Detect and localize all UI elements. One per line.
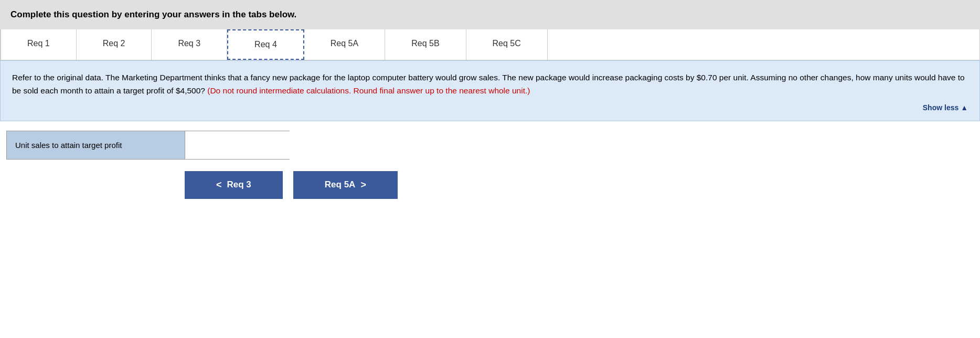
show-less-button[interactable]: Show less ▲ [12, 102, 968, 113]
answer-label: Unit sales to attain target profit [7, 131, 185, 159]
tab-req5b[interactable]: Req 5B [385, 29, 466, 60]
prev-chevron-icon: < [216, 179, 222, 191]
prev-button-label: Req 3 [227, 179, 251, 190]
tab-req2[interactable]: Req 2 [77, 29, 152, 60]
answer-input[interactable] [185, 131, 295, 159]
next-button[interactable]: Req 5A > [293, 171, 398, 199]
tab-req4[interactable]: Req 4 [227, 29, 304, 60]
answer-row: Unit sales to attain target profit [6, 131, 290, 160]
tabs-container: Req 1 Req 2 Req 3 Req 4 Req 5A Req 5B Re… [0, 29, 980, 60]
tab-req5a[interactable]: Req 5A [304, 29, 385, 60]
next-chevron-icon: > [360, 179, 366, 191]
next-button-label: Req 5A [325, 179, 356, 190]
nav-buttons: < Req 3 Req 5A > [6, 171, 974, 199]
instruction-text: Complete this question by entering your … [10, 9, 296, 19]
tab-req1[interactable]: Req 1 [1, 29, 77, 60]
main-content: Unit sales to attain target profit < Req… [0, 131, 980, 215]
question-red-text: (Do not round intermediate calculations.… [207, 86, 530, 95]
prev-button[interactable]: < Req 3 [185, 171, 283, 199]
tab-req5c[interactable]: Req 5C [466, 29, 548, 60]
instruction-bar: Complete this question by entering your … [0, 0, 980, 29]
tab-spacer [548, 29, 979, 60]
question-box: Refer to the original data. The Marketin… [0, 60, 980, 121]
tab-req3[interactable]: Req 3 [152, 29, 227, 60]
